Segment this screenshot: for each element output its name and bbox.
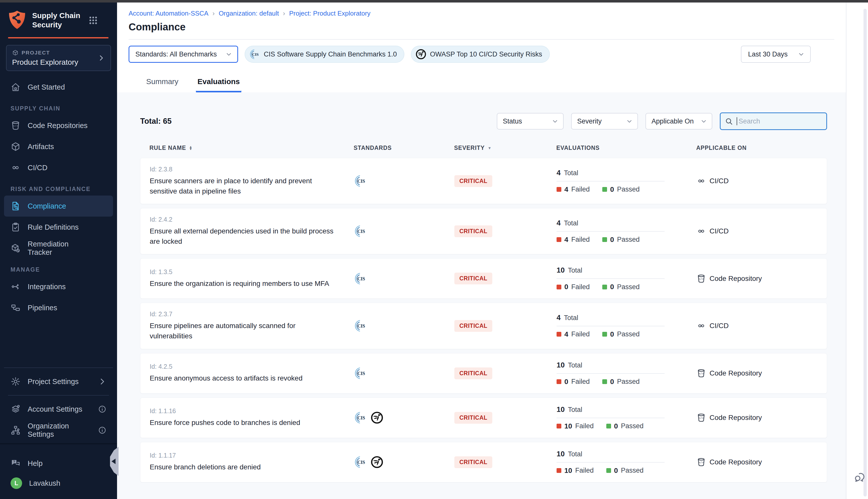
- rule-cell: Id: 2.3.8 Ensure scanners are in place t…: [150, 166, 354, 196]
- code-repo-icon: </>: [697, 457, 706, 467]
- standards-cell: CIS: [354, 367, 454, 380]
- severity-badge: CRITICAL: [454, 226, 492, 237]
- table-row[interactable]: Id: 1.1.17 Ensure branch deletions are d…: [140, 442, 827, 483]
- eval-passed-label: Passed: [617, 185, 640, 193]
- table-row[interactable]: Id: 4.2.5 Ensure anonymous access to art…: [140, 353, 827, 393]
- sidebar-item-compliance[interactable]: Compliance: [4, 196, 113, 217]
- cube-icon: [12, 49, 19, 56]
- eval-passed-label: Passed: [621, 467, 643, 474]
- right-gutter: [846, 2, 868, 499]
- help-button[interactable]: ? Help: [4, 453, 113, 474]
- standards-dropdown[interactable]: Standards: All Benchmarks: [129, 46, 238, 63]
- eval-failed-label: Failed: [571, 283, 590, 291]
- eval-failed: 4Failed: [557, 185, 590, 194]
- eval-total: 4 Total: [557, 314, 697, 322]
- sidebar-divider: [4, 367, 113, 368]
- date-range-dropdown[interactable]: Last 30 Days: [741, 46, 811, 63]
- search-box[interactable]: [720, 112, 827, 130]
- table-body: Id: 2.3.8 Ensure scanners are in place t…: [140, 158, 827, 483]
- eval-failed: 10Failed: [557, 422, 594, 430]
- breadcrumb-link-1[interactable]: Account: Automation-SSCA: [129, 10, 208, 17]
- column-header-applicable-on: APPLICABLE ON: [696, 145, 827, 151]
- filter-dropdowns: StatusSeverityApplicable On: [497, 113, 712, 130]
- rule-id: Id: 2.3.7: [150, 311, 354, 318]
- evaluations-cell: 10 Total 10Failed 0Passed: [557, 450, 697, 475]
- svg-text:CIS: CIS: [358, 276, 365, 281]
- sidebar-item-rule-definitions[interactable]: Rule Definitions: [4, 217, 113, 238]
- standards-cell: CIS: [354, 455, 454, 468]
- sidebar-item-code-repositories[interactable]: </> Code Repositories: [4, 115, 113, 136]
- dropdown-label: Status: [503, 118, 522, 125]
- cis-logo-icon: CIS: [354, 367, 367, 380]
- applicable-on-cell: CI/CD: [697, 321, 827, 331]
- sidebar-item-remediation-tracker[interactable]: Remediation Tracker: [4, 238, 113, 259]
- status-dropdown[interactable]: Status: [497, 113, 564, 130]
- layers-icon: [11, 404, 21, 414]
- brand: Supply Chain Security: [0, 2, 117, 37]
- sidebar-item-project-settings[interactable]: Project Settings: [4, 371, 113, 392]
- tab-evaluations[interactable]: Evaluations: [196, 77, 241, 93]
- eval-total-count: 10: [557, 450, 565, 458]
- evaluations-cell: 4 Total 4Failed 0Passed: [557, 219, 697, 244]
- eval-total-count: 4: [557, 169, 560, 177]
- eval-total-count: 10: [557, 361, 565, 369]
- scrollbar[interactable]: [864, 9, 867, 497]
- sidebar-item-get-started[interactable]: Get Started: [4, 76, 113, 98]
- passed-swatch: [602, 379, 607, 384]
- eval-total: 10 Total: [557, 361, 697, 369]
- infinity-icon: [697, 321, 706, 331]
- standard-chip-owasp[interactable]: OWASP Top 10 CI/CD Security Risks: [411, 46, 550, 63]
- standard-chip-cis[interactable]: CISCIS Software Supply Chain Benchmarks …: [245, 46, 405, 63]
- sort-icon[interactable]: ▲▼: [189, 146, 193, 150]
- rule-name: Ensure anonymous access to artifacts is …: [150, 373, 336, 384]
- standards-filter-bar: Standards: All Benchmarks CISCIS Softwar…: [117, 40, 846, 69]
- table-row[interactable]: Id: 2.3.7 Ensure pipelines are automatic…: [140, 303, 827, 349]
- sidebar-divider: [8, 395, 109, 395]
- severity-badge: CRITICAL: [454, 175, 492, 187]
- cis-logo-icon: CIS: [354, 319, 367, 332]
- breadcrumb: Account: Automation-SSCA›Organization: d…: [129, 10, 834, 17]
- rule-cell: Id: 2.4.2 Ensure all external dependenci…: [150, 216, 354, 246]
- eval-total-count: 10: [557, 405, 565, 413]
- search-input[interactable]: [739, 118, 822, 125]
- table-row[interactable]: Id: 2.3.8 Ensure scanners are in place t…: [140, 158, 827, 204]
- text-caret: [737, 117, 737, 125]
- column-label: SEVERITY: [454, 145, 485, 151]
- sidebar-item-integrations[interactable]: Integrations: [4, 276, 113, 297]
- breadcrumb-link-3[interactable]: Project: Product Exploratory: [289, 10, 371, 17]
- sidebar-item-artifacts[interactable]: Artifacts: [4, 136, 113, 157]
- column-header-rule-name[interactable]: RULE NAME▲▼: [149, 145, 354, 151]
- chip-label: OWASP Top 10 CI/CD Security Risks: [430, 50, 542, 58]
- app-grid-icon[interactable]: [88, 15, 98, 26]
- svg-text:CIS: CIS: [358, 324, 365, 329]
- tab-summary[interactable]: Summary: [145, 77, 180, 93]
- table-row[interactable]: Id: 1.3.5 Ensure the organization is req…: [140, 258, 827, 299]
- user-menu[interactable]: L Lavakush: [4, 474, 113, 492]
- sidebar-item-ci-cd[interactable]: CI/CD: [4, 157, 113, 178]
- severity-cell: CRITICAL: [454, 412, 557, 424]
- sort-desc-icon[interactable]: ▼: [488, 146, 492, 150]
- eval-passed-count: 0: [610, 330, 614, 338]
- breadcrumb-separator: ›: [283, 10, 285, 17]
- rule-name: Ensure the organization is requiring mem…: [150, 279, 336, 289]
- project-selector[interactable]: PROJECT Product Exploratory: [6, 45, 111, 71]
- breadcrumb-link-2[interactable]: Organization: default: [219, 10, 279, 17]
- table-controls: Total: 65 StatusSeverityApplicable On: [140, 112, 827, 130]
- sidebar-section-supply-chain: SUPPLY CHAIN: [4, 105, 113, 112]
- sidebar-item-organization-settings[interactable]: Organization Settings: [4, 420, 113, 441]
- feedback-chat-icon[interactable]: [853, 471, 866, 484]
- applicable-on-label: CI/CD: [710, 322, 728, 330]
- svg-text:</>: </>: [699, 417, 703, 420]
- eval-total-label: Total: [566, 406, 582, 413]
- severity-dropdown[interactable]: Severity: [571, 113, 638, 130]
- applicable-on-dropdown[interactable]: Applicable On: [646, 113, 712, 130]
- sidebar-item-pipelines[interactable]: Pipelines: [4, 297, 113, 318]
- cis-logo-icon: CIS: [354, 224, 367, 238]
- svg-text:</>: </>: [699, 278, 703, 281]
- table-row[interactable]: Id: 2.4.2 Ensure all external dependenci…: [140, 208, 827, 254]
- eval-total: 4 Total: [557, 169, 697, 177]
- table-row[interactable]: Id: 1.1.16 Ensure force pushes code to b…: [140, 398, 827, 438]
- eval-failed-count: 10: [564, 467, 572, 475]
- sidebar-item-account-settings[interactable]: Account Settings: [4, 399, 113, 420]
- column-header-severity[interactable]: SEVERITY▼: [454, 145, 556, 151]
